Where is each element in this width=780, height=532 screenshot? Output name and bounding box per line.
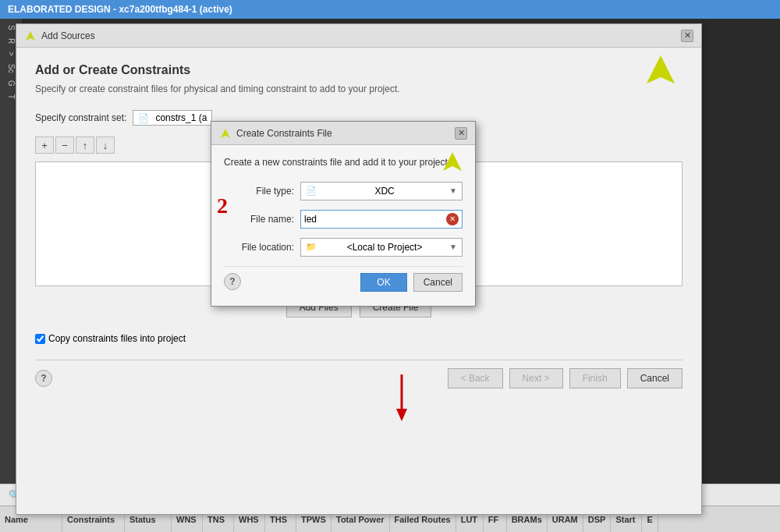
constraint-set-label: Specify constraint set: xyxy=(35,112,126,123)
add-sources-title-left: Add Sources xyxy=(24,30,95,42)
copy-checkbox-row: Copy constraints files into project xyxy=(35,333,682,344)
ccf-close-button[interactable]: ✕ xyxy=(455,127,467,140)
copy-checkbox-input[interactable] xyxy=(35,334,45,344)
toolbar-remove-button[interactable]: − xyxy=(55,137,74,154)
svg-marker-3 xyxy=(443,152,462,171)
back-button[interactable]: < Back xyxy=(448,368,503,388)
ccf-description: Create a new constraints file and add it… xyxy=(224,156,463,169)
ccf-body: Create a new constraints file and add it… xyxy=(211,145,475,306)
ccf-file-name-input[interactable] xyxy=(304,214,446,225)
ccf-title-text: Create Constraints File xyxy=(236,128,332,139)
ccf-file-type-row: File type: 📄 XDC ▼ xyxy=(224,182,463,200)
ccf-file-location-row: File location: 📁 <Local to Project> ▼ xyxy=(224,238,463,257)
constraint-set-select[interactable]: 📄 constrs_1 (a xyxy=(133,110,212,126)
title-bar-text: ELABORATED DESIGN - xc7a200tfbg484-1 (ac… xyxy=(8,4,232,15)
ccf-file-name-label: File name: xyxy=(224,214,294,225)
ccf-file-location-value: <Local to Project> xyxy=(347,242,423,253)
ccf-file-type-label: File type: xyxy=(224,186,294,197)
svg-marker-0 xyxy=(26,31,35,41)
toolbar-up-button[interactable]: ↑ xyxy=(76,137,94,154)
ccf-file-type-value: XDC xyxy=(374,186,394,197)
ccf-cancel-button[interactable]: Cancel xyxy=(413,273,463,292)
ccf-buttons: ? OK Cancel xyxy=(224,266,463,295)
next-button[interactable]: Next > xyxy=(509,368,563,388)
finish-button[interactable]: Finish xyxy=(569,368,621,388)
svg-marker-2 xyxy=(221,129,230,138)
copy-checkbox: Copy constraints files into project xyxy=(35,333,186,344)
ccf-file-type-chevron: ▼ xyxy=(449,186,457,195)
ccf-logo xyxy=(441,150,464,176)
add-sources-title-text: Add Sources xyxy=(41,30,95,41)
ccf-file-location-chevron: ▼ xyxy=(449,243,457,251)
add-or-create-heading: Add or Create Constraints xyxy=(35,63,682,77)
ccf-file-type-select[interactable]: 📄 XDC ▼ xyxy=(300,182,463,200)
ccf-file-location-label: File location: xyxy=(224,242,294,253)
ccf-vivado-icon xyxy=(219,127,232,140)
add-or-create-subtitle: Specify or create constraint files for p… xyxy=(35,83,682,94)
ccf-titlebar: Create Constraints File ✕ xyxy=(211,122,475,145)
toolbar-add-button[interactable]: + xyxy=(35,137,54,154)
ccf-ok-button[interactable]: OK xyxy=(360,273,406,292)
ccf-file-name-clear-button[interactable]: ✕ xyxy=(446,213,459,225)
copy-checkbox-label: Copy constraints files into project xyxy=(48,333,186,344)
nav-buttons: ? < Back Next > Finish Cancel xyxy=(35,360,682,396)
title-bar: ELABORATED DESIGN - xc7a200tfbg484-1 (ac… xyxy=(0,0,780,19)
vivado-logo xyxy=(644,52,678,89)
ccf-file-name-row: File name: ✕ xyxy=(224,210,463,229)
help-button[interactable]: ? xyxy=(35,370,52,387)
ccf-help-button[interactable]: ? xyxy=(224,273,241,290)
cancel-button[interactable]: Cancel xyxy=(627,368,682,388)
toolbar-down-button[interactable]: ↓ xyxy=(96,137,115,154)
create-constraints-dialog: Create Constraints File ✕ Create a new c… xyxy=(211,121,476,307)
constraint-set-value: constrs_1 (a xyxy=(155,112,207,123)
ccf-file-location-select[interactable]: 📁 <Local to Project> ▼ xyxy=(300,238,463,257)
add-sources-titlebar: Add Sources ✕ xyxy=(16,24,701,48)
svg-marker-1 xyxy=(647,55,675,83)
add-sources-close-button[interactable]: ✕ xyxy=(681,30,693,42)
vivado-icon-small xyxy=(24,30,37,42)
ccf-file-name-input-wrap: ✕ xyxy=(300,210,463,229)
ccf-title-left: Create Constraints File xyxy=(219,127,332,140)
